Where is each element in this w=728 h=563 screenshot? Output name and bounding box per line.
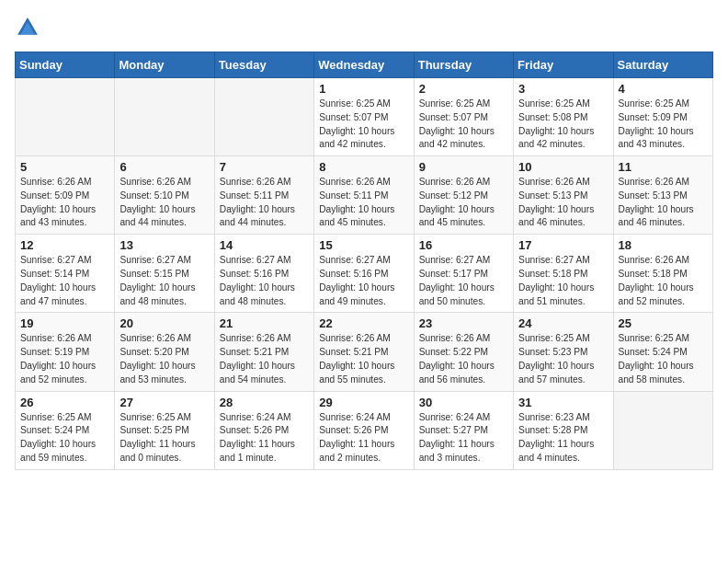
day-number: 30 xyxy=(419,396,508,409)
calendar-cell: 22Sunrise: 6:26 AM Sunset: 5:21 PM Dayli… xyxy=(314,313,414,391)
day-number: 11 xyxy=(619,160,708,174)
day-detail: Sunrise: 6:27 AM Sunset: 5:16 PM Dayligh… xyxy=(319,254,408,308)
day-detail: Sunrise: 6:25 AM Sunset: 5:25 PM Dayligh… xyxy=(119,411,209,465)
calendar-cell: 19Sunrise: 6:26 AM Sunset: 5:19 PM Dayli… xyxy=(16,313,115,391)
calendar-cell: 17Sunrise: 6:27 AM Sunset: 5:18 PM Dayli… xyxy=(514,235,613,313)
day-number: 22 xyxy=(319,316,408,330)
calendar-week-3: 12Sunrise: 6:27 AM Sunset: 5:14 PM Dayli… xyxy=(16,235,713,313)
day-detail: Sunrise: 6:27 AM Sunset: 5:18 PM Dayligh… xyxy=(518,254,608,308)
day-detail: Sunrise: 6:27 AM Sunset: 5:14 PM Dayligh… xyxy=(20,254,109,308)
day-detail: Sunrise: 6:25 AM Sunset: 5:24 PM Dayligh… xyxy=(619,332,708,386)
calendar-cell xyxy=(214,78,313,156)
calendar-cell: 20Sunrise: 6:26 AM Sunset: 5:20 PM Dayli… xyxy=(115,313,214,391)
calendar-cell: 8Sunrise: 6:26 AM Sunset: 5:11 PM Daylig… xyxy=(314,156,414,235)
day-detail: Sunrise: 6:25 AM Sunset: 5:07 PM Dayligh… xyxy=(319,98,408,152)
day-detail: Sunrise: 6:26 AM Sunset: 5:21 PM Dayligh… xyxy=(220,332,309,386)
day-number: 15 xyxy=(319,238,408,252)
day-number: 3 xyxy=(518,82,608,96)
day-number: 2 xyxy=(419,82,508,96)
day-number: 27 xyxy=(119,396,209,409)
day-detail: Sunrise: 6:25 AM Sunset: 5:24 PM Dayligh… xyxy=(20,411,109,465)
calendar-table: SundayMondayTuesdayWednesdayThursdayFrid… xyxy=(15,52,713,470)
calendar-cell: 12Sunrise: 6:27 AM Sunset: 5:14 PM Dayli… xyxy=(16,235,115,313)
calendar-cell xyxy=(613,391,712,469)
day-number: 25 xyxy=(619,316,708,330)
calendar-cell: 13Sunrise: 6:27 AM Sunset: 5:15 PM Dayli… xyxy=(115,235,214,313)
day-detail: Sunrise: 6:25 AM Sunset: 5:08 PM Dayligh… xyxy=(518,98,608,152)
calendar-cell: 31Sunrise: 6:23 AM Sunset: 5:28 PM Dayli… xyxy=(514,391,613,469)
day-number: 19 xyxy=(20,316,109,330)
calendar-cell: 18Sunrise: 6:26 AM Sunset: 5:18 PM Dayli… xyxy=(613,235,712,313)
day-number: 10 xyxy=(518,160,608,174)
calendar-cell: 24Sunrise: 6:25 AM Sunset: 5:23 PM Dayli… xyxy=(514,313,613,391)
weekday-header-tuesday: Tuesday xyxy=(214,52,313,78)
weekday-header-sunday: Sunday xyxy=(16,52,115,78)
day-detail: Sunrise: 6:27 AM Sunset: 5:15 PM Dayligh… xyxy=(119,254,209,308)
day-number: 31 xyxy=(518,396,608,409)
calendar-cell: 4Sunrise: 6:25 AM Sunset: 5:09 PM Daylig… xyxy=(613,78,712,156)
day-number: 23 xyxy=(419,316,508,330)
logo xyxy=(15,15,44,40)
weekday-header-row: SundayMondayTuesdayWednesdayThursdayFrid… xyxy=(16,52,713,78)
day-number: 4 xyxy=(619,82,708,96)
day-number: 21 xyxy=(220,316,309,330)
calendar-cell: 1Sunrise: 6:25 AM Sunset: 5:07 PM Daylig… xyxy=(314,78,414,156)
day-detail: Sunrise: 6:26 AM Sunset: 5:09 PM Dayligh… xyxy=(20,176,109,230)
day-detail: Sunrise: 6:25 AM Sunset: 5:09 PM Dayligh… xyxy=(619,98,708,152)
day-number: 8 xyxy=(319,160,408,174)
day-detail: Sunrise: 6:26 AM Sunset: 5:11 PM Dayligh… xyxy=(319,176,408,230)
day-number: 24 xyxy=(518,316,608,330)
weekday-header-friday: Friday xyxy=(514,52,613,78)
day-number: 14 xyxy=(220,238,309,252)
day-detail: Sunrise: 6:25 AM Sunset: 5:07 PM Dayligh… xyxy=(419,98,508,152)
day-number: 5 xyxy=(20,160,109,174)
calendar-week-5: 26Sunrise: 6:25 AM Sunset: 5:24 PM Dayli… xyxy=(16,391,713,469)
calendar-cell: 10Sunrise: 6:26 AM Sunset: 5:13 PM Dayli… xyxy=(514,156,613,235)
calendar-cell: 26Sunrise: 6:25 AM Sunset: 5:24 PM Dayli… xyxy=(16,391,115,469)
day-detail: Sunrise: 6:24 AM Sunset: 5:27 PM Dayligh… xyxy=(419,411,508,465)
calendar-cell: 14Sunrise: 6:27 AM Sunset: 5:16 PM Dayli… xyxy=(214,235,313,313)
calendar-cell: 6Sunrise: 6:26 AM Sunset: 5:10 PM Daylig… xyxy=(115,156,214,235)
day-number: 7 xyxy=(220,160,309,174)
day-detail: Sunrise: 6:27 AM Sunset: 5:16 PM Dayligh… xyxy=(220,254,309,308)
day-number: 16 xyxy=(419,238,508,252)
day-number: 29 xyxy=(319,396,408,409)
day-detail: Sunrise: 6:26 AM Sunset: 5:22 PM Dayligh… xyxy=(419,332,508,386)
day-detail: Sunrise: 6:26 AM Sunset: 5:18 PM Dayligh… xyxy=(619,254,708,308)
day-detail: Sunrise: 6:26 AM Sunset: 5:13 PM Dayligh… xyxy=(619,176,708,230)
logo-icon xyxy=(15,15,40,40)
day-detail: Sunrise: 6:26 AM Sunset: 5:21 PM Dayligh… xyxy=(319,332,408,386)
calendar-cell: 7Sunrise: 6:26 AM Sunset: 5:11 PM Daylig… xyxy=(214,156,313,235)
calendar-cell: 29Sunrise: 6:24 AM Sunset: 5:26 PM Dayli… xyxy=(314,391,414,469)
day-number: 6 xyxy=(119,160,209,174)
day-detail: Sunrise: 6:23 AM Sunset: 5:28 PM Dayligh… xyxy=(518,411,608,465)
calendar-cell: 2Sunrise: 6:25 AM Sunset: 5:07 PM Daylig… xyxy=(414,78,513,156)
calendar-cell: 16Sunrise: 6:27 AM Sunset: 5:17 PM Dayli… xyxy=(414,235,513,313)
calendar-cell: 28Sunrise: 6:24 AM Sunset: 5:26 PM Dayli… xyxy=(214,391,313,469)
day-detail: Sunrise: 6:26 AM Sunset: 5:12 PM Dayligh… xyxy=(419,176,508,230)
day-number: 1 xyxy=(319,82,408,96)
day-detail: Sunrise: 6:26 AM Sunset: 5:11 PM Dayligh… xyxy=(220,176,309,230)
calendar-cell: 3Sunrise: 6:25 AM Sunset: 5:08 PM Daylig… xyxy=(514,78,613,156)
calendar-cell: 23Sunrise: 6:26 AM Sunset: 5:22 PM Dayli… xyxy=(414,313,513,391)
day-detail: Sunrise: 6:26 AM Sunset: 5:19 PM Dayligh… xyxy=(20,332,109,386)
day-detail: Sunrise: 6:27 AM Sunset: 5:17 PM Dayligh… xyxy=(419,254,508,308)
weekday-header-saturday: Saturday xyxy=(613,52,712,78)
day-number: 12 xyxy=(20,238,109,252)
calendar-cell xyxy=(16,78,115,156)
page-header xyxy=(15,15,713,40)
calendar-cell: 25Sunrise: 6:25 AM Sunset: 5:24 PM Dayli… xyxy=(613,313,712,391)
calendar-cell: 30Sunrise: 6:24 AM Sunset: 5:27 PM Dayli… xyxy=(414,391,513,469)
day-number: 9 xyxy=(419,160,508,174)
day-number: 26 xyxy=(20,396,109,409)
day-number: 18 xyxy=(619,238,708,252)
day-number: 28 xyxy=(220,396,309,409)
calendar-cell: 15Sunrise: 6:27 AM Sunset: 5:16 PM Dayli… xyxy=(314,235,414,313)
day-number: 17 xyxy=(518,238,608,252)
weekday-header-thursday: Thursday xyxy=(414,52,513,78)
calendar-week-2: 5Sunrise: 6:26 AM Sunset: 5:09 PM Daylig… xyxy=(16,156,713,235)
day-number: 20 xyxy=(119,316,209,330)
weekday-header-wednesday: Wednesday xyxy=(314,52,414,78)
day-detail: Sunrise: 6:25 AM Sunset: 5:23 PM Dayligh… xyxy=(518,332,608,386)
calendar-cell: 27Sunrise: 6:25 AM Sunset: 5:25 PM Dayli… xyxy=(115,391,214,469)
